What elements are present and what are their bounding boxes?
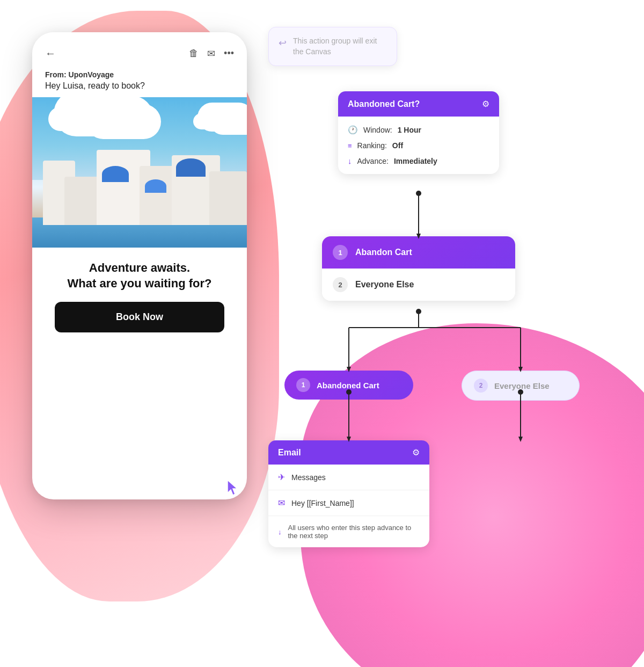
filter-row-ranking: ≡ Ranking: Off: [348, 141, 489, 150]
dome-2: [145, 179, 166, 193]
phone-mockup: ← 🗑 ✉ ••• From: UponVoyage Hey Luisa, re…: [32, 32, 247, 499]
branch-num-2: 2: [474, 379, 488, 393]
phone-more-icon[interactable]: •••: [224, 48, 234, 59]
phone-mail-icon[interactable]: ✉: [207, 48, 215, 60]
exit-canvas-card: ↩ This action group will exit the Canvas: [268, 27, 397, 66]
filter-row-window: 🕐 Window: 1 Hour: [348, 125, 489, 135]
phone-header: ← 🗑 ✉ •••: [32, 32, 247, 68]
email-settings-icon[interactable]: ⚙: [412, 447, 420, 458]
split-label-2: Everyone Else: [355, 280, 414, 289]
exit-canvas-text: This action group will exit the Canvas: [293, 36, 387, 57]
filter-row-advance: ↓ Advance: Immediately: [348, 156, 489, 165]
email-card-header: Email ⚙: [268, 440, 429, 465]
ranking-icon: ≡: [348, 142, 352, 150]
svg-point-12: [416, 191, 421, 196]
cloud2: [193, 113, 236, 129]
from-label: From:: [45, 70, 67, 79]
exit-icon: ↩: [279, 37, 287, 49]
clock-icon: 🕐: [348, 125, 358, 135]
svg-marker-11: [518, 437, 523, 442]
phone-subject: Hey Luisa, ready to book?: [45, 81, 234, 91]
branch-num-1: 1: [296, 378, 310, 392]
advance-label: Advance:: [357, 157, 389, 165]
branch-node-2: 2 Everyone Else: [462, 371, 580, 401]
advance-icon: ↓: [348, 156, 352, 165]
branch-label-1: Abandoned Cart: [317, 381, 379, 390]
filter-card-title: Abandoned Cart?: [348, 99, 420, 109]
phone-hero-image: [32, 97, 247, 248]
branch-label-2: Everyone Else: [494, 381, 550, 390]
split-item-2: 2 Everyone Else: [322, 269, 515, 301]
from-sender: UponVoyage: [69, 70, 114, 79]
split-label-1: Abandon Cart: [355, 248, 412, 257]
buildings: [32, 142, 247, 225]
window-label: Window:: [363, 126, 392, 134]
svg-point-13: [416, 309, 421, 314]
ranking-value: Off: [392, 141, 403, 150]
phone-delete-icon[interactable]: 🗑: [189, 48, 199, 59]
cursor-arrow: [225, 478, 597, 588]
phone-cta-button[interactable]: Book Now: [55, 302, 225, 332]
cloud1: [48, 107, 113, 131]
filter-card-body: 🕐 Window: 1 Hour ≡ Ranking: Off ↓ Advanc…: [338, 117, 499, 174]
headline-line2: What are you waiting for?: [45, 276, 234, 292]
phone-action-icons: 🗑 ✉ •••: [189, 48, 234, 60]
phone-from-line: From: UponVoyage: [45, 70, 234, 79]
filter-card-header: Abandoned Cart? ⚙: [338, 91, 499, 117]
phone-headline: Adventure awaits. What are you waiting f…: [45, 260, 234, 291]
phone-email-info: From: UponVoyage Hey Luisa, ready to boo…: [32, 68, 247, 97]
ranking-label: Ranking:: [357, 141, 387, 150]
headline-line1: Adventure awaits.: [45, 260, 234, 276]
branch-node-1: 1 Abandoned Cart: [284, 371, 413, 400]
advance-value: Immediately: [394, 157, 437, 165]
split-num-1: 1: [333, 245, 348, 260]
split-card: 1 Abandon Cart 2 Everyone Else: [322, 236, 515, 301]
building-6: [209, 171, 247, 225]
filter-card: Abandoned Cart? ⚙ 🕐 Window: 1 Hour ≡ Ran…: [338, 91, 499, 174]
phone-back-button[interactable]: ←: [45, 47, 56, 60]
split-item-1: 1 Abandon Cart: [322, 236, 515, 269]
filter-card-settings-icon[interactable]: ⚙: [482, 99, 489, 109]
dome-1: [102, 166, 129, 182]
split-num-2: 2: [333, 277, 348, 292]
phone-body: Adventure awaits. What are you waiting f…: [32, 248, 247, 345]
email-card-title: Email: [278, 448, 301, 458]
window-value: 1 Hour: [398, 126, 421, 134]
santorini-scene: [32, 97, 247, 248]
dome-3: [176, 158, 206, 177]
